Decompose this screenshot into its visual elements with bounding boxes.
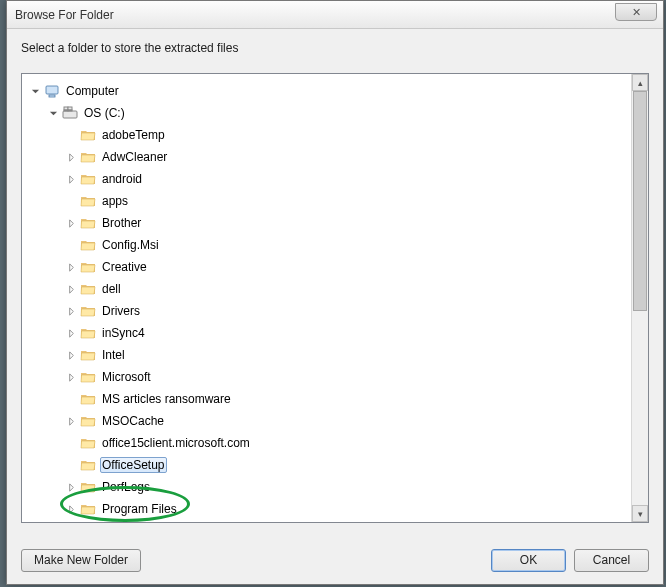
tree-item-adobetemp[interactable]: adobeTemp bbox=[28, 124, 648, 146]
collapse-icon[interactable] bbox=[46, 106, 60, 120]
folder-icon bbox=[80, 259, 96, 275]
tree-item-label: inSync4 bbox=[100, 325, 148, 341]
tree-item-label: android bbox=[100, 171, 145, 187]
computer-icon bbox=[44, 83, 60, 99]
expand-icon[interactable] bbox=[64, 414, 78, 428]
tree-item-creative[interactable]: Creative bbox=[28, 256, 648, 278]
collapse-icon[interactable] bbox=[28, 84, 42, 98]
expand-icon[interactable] bbox=[64, 150, 78, 164]
folder-icon bbox=[80, 347, 96, 363]
folder-icon bbox=[80, 171, 96, 187]
tree-item-label: PerfLogs bbox=[100, 479, 153, 495]
expand-icon[interactable] bbox=[64, 172, 78, 186]
expand-icon[interactable] bbox=[64, 502, 78, 516]
tree-item-label: Computer bbox=[64, 83, 122, 99]
expand-icon[interactable] bbox=[64, 480, 78, 494]
tree-item-label: MS articles ransomware bbox=[100, 391, 234, 407]
expand-icon[interactable] bbox=[64, 260, 78, 274]
tree-item-insync4[interactable]: inSync4 bbox=[28, 322, 648, 344]
tree-item-adwcleaner[interactable]: AdwCleaner bbox=[28, 146, 648, 168]
folder-icon bbox=[80, 237, 96, 253]
folder-icon bbox=[80, 215, 96, 231]
vertical-scrollbar[interactable]: ▴ ▾ bbox=[631, 74, 648, 522]
tree-item-drivers[interactable]: Drivers bbox=[28, 300, 648, 322]
drive-icon bbox=[62, 105, 78, 121]
tree-item-msocache[interactable]: MSOCache bbox=[28, 410, 648, 432]
scroll-up-button[interactable]: ▴ bbox=[632, 74, 648, 91]
folder-tree-container: ComputerOS (C:)adobeTempAdwCleanerandroi… bbox=[21, 73, 649, 523]
expand-icon[interactable] bbox=[64, 348, 78, 362]
tree-item-office15client-microsoft-com[interactable]: office15client.microsoft.com bbox=[28, 432, 648, 454]
tree-item-microsoft[interactable]: Microsoft bbox=[28, 366, 648, 388]
tree-item-label: OS (C:) bbox=[82, 105, 128, 121]
ok-button[interactable]: OK bbox=[491, 549, 566, 572]
tree-item-label: Brother bbox=[100, 215, 144, 231]
tree-item-officesetup[interactable]: OfficeSetup bbox=[28, 454, 648, 476]
folder-icon bbox=[80, 149, 96, 165]
tree-item-perflogs[interactable]: PerfLogs bbox=[28, 476, 648, 498]
folder-icon bbox=[80, 391, 96, 407]
tree-item-intel[interactable]: Intel bbox=[28, 344, 648, 366]
tree-item-label: Microsoft bbox=[100, 369, 154, 385]
tree-item-apps[interactable]: apps bbox=[28, 190, 648, 212]
tree-item-android[interactable]: android bbox=[28, 168, 648, 190]
expand-icon[interactable] bbox=[64, 304, 78, 318]
tree-item-dell[interactable]: dell bbox=[28, 278, 648, 300]
tree-item-config-msi[interactable]: Config.Msi bbox=[28, 234, 648, 256]
scroll-down-button[interactable]: ▾ bbox=[632, 505, 648, 522]
tree-item-brother[interactable]: Brother bbox=[28, 212, 648, 234]
svg-rect-1 bbox=[49, 95, 55, 97]
folder-icon bbox=[80, 457, 96, 473]
titlebar: Browse For Folder ✕ bbox=[7, 1, 663, 29]
instruction-text: Select a folder to store the extracted f… bbox=[7, 29, 663, 63]
make-new-folder-button[interactable]: Make New Folder bbox=[21, 549, 141, 572]
tree-item-ms-articles-ransomware[interactable]: MS articles ransomware bbox=[28, 388, 648, 410]
folder-icon bbox=[80, 281, 96, 297]
browse-folder-dialog: Browse For Folder ✕ Select a folder to s… bbox=[6, 0, 664, 585]
folder-icon bbox=[80, 435, 96, 451]
svg-rect-6 bbox=[68, 110, 72, 111]
tree-item-computer[interactable]: Computer bbox=[28, 80, 648, 102]
tree-item-label: apps bbox=[100, 193, 131, 209]
folder-icon bbox=[80, 303, 96, 319]
folder-icon bbox=[80, 501, 96, 517]
tree-item-drive-c[interactable]: OS (C:) bbox=[28, 102, 648, 124]
expand-icon[interactable] bbox=[64, 326, 78, 340]
folder-icon bbox=[80, 325, 96, 341]
cancel-button[interactable]: Cancel bbox=[574, 549, 649, 572]
folder-tree[interactable]: ComputerOS (C:)adobeTempAdwCleanerandroi… bbox=[22, 74, 648, 522]
folder-icon bbox=[80, 413, 96, 429]
tree-item-label: AdwCleaner bbox=[100, 149, 170, 165]
tree-item-label: Config.Msi bbox=[100, 237, 162, 253]
folder-icon bbox=[80, 369, 96, 385]
tree-item-label: adobeTemp bbox=[100, 127, 168, 143]
folder-icon bbox=[80, 479, 96, 495]
close-button[interactable]: ✕ bbox=[615, 3, 657, 21]
tree-item-label: office15client.microsoft.com bbox=[100, 435, 253, 451]
expand-icon[interactable] bbox=[64, 370, 78, 384]
expand-icon[interactable] bbox=[64, 216, 78, 230]
tree-item-label: Intel bbox=[100, 347, 128, 363]
folder-icon bbox=[80, 193, 96, 209]
svg-rect-0 bbox=[46, 86, 58, 94]
scroll-thumb[interactable] bbox=[633, 91, 647, 311]
tree-item-program-files[interactable]: Program Files bbox=[28, 498, 648, 520]
folder-icon bbox=[80, 127, 96, 143]
tree-item-label: Creative bbox=[100, 259, 150, 275]
tree-item-label: dell bbox=[100, 281, 124, 297]
svg-rect-5 bbox=[64, 110, 68, 111]
dialog-title: Browse For Folder bbox=[15, 8, 114, 22]
tree-item-label: Program Files bbox=[100, 501, 180, 517]
svg-rect-2 bbox=[63, 111, 77, 118]
expand-icon[interactable] bbox=[64, 282, 78, 296]
tree-item-label: OfficeSetup bbox=[100, 457, 167, 473]
tree-item-label: Drivers bbox=[100, 303, 143, 319]
dialog-buttons: Make New Folder OK Cancel bbox=[7, 536, 663, 584]
tree-item-label: MSOCache bbox=[100, 413, 167, 429]
close-icon: ✕ bbox=[632, 6, 641, 19]
